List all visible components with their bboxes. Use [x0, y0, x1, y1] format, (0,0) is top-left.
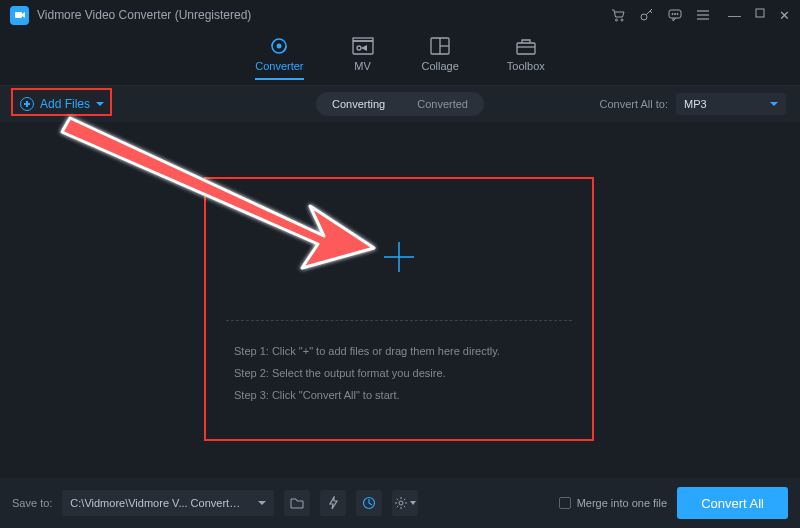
tab-label: MV: [354, 60, 371, 72]
toolbox-icon: [516, 36, 536, 56]
collage-icon: [430, 36, 450, 56]
tab-label: Toolbox: [507, 60, 545, 72]
minimize-button[interactable]: —: [728, 8, 741, 23]
tab-label: Collage: [422, 60, 459, 72]
mv-icon: [352, 36, 374, 56]
maximize-button[interactable]: [755, 8, 765, 23]
convert-all-label: Convert All: [701, 496, 764, 511]
save-to-label: Save to:: [12, 497, 52, 509]
key-icon[interactable]: [640, 8, 654, 22]
bottom-bar: Save to: C:\Vidmore\Vidmore V... Convert…: [0, 478, 800, 528]
svg-point-1: [616, 19, 618, 21]
svg-rect-11: [756, 9, 764, 17]
convert-all-to-label: Convert All to:: [600, 98, 668, 110]
open-folder-button[interactable]: [284, 490, 310, 516]
cart-icon[interactable]: [611, 9, 626, 22]
svg-point-25: [399, 501, 403, 505]
chevron-down-icon: [410, 501, 416, 505]
main-canvas: Step 1: Click "+" to add files or drag t…: [0, 122, 800, 472]
chevron-down-icon: [770, 102, 778, 106]
tab-mv[interactable]: MV: [352, 36, 374, 80]
window-title: Vidmore Video Converter (Unregistered): [37, 8, 251, 22]
titlebar: Vidmore Video Converter (Unregistered) —…: [0, 0, 800, 30]
menu-icon[interactable]: [696, 9, 710, 21]
settings-button[interactable]: [392, 490, 418, 516]
tab-converter[interactable]: Converter: [255, 36, 303, 80]
tab-label: Converter: [255, 60, 303, 72]
format-value: MP3: [684, 98, 707, 110]
high-speed-button[interactable]: [356, 490, 382, 516]
save-path-select[interactable]: C:\Vidmore\Vidmore V... Converter\Conver…: [62, 490, 274, 516]
svg-point-13: [277, 43, 282, 48]
converter-icon: [269, 36, 289, 56]
feedback-icon[interactable]: [668, 9, 682, 22]
save-path-value: C:\Vidmore\Vidmore V... Converter\Conver…: [70, 497, 245, 509]
svg-point-16: [357, 46, 361, 50]
output-format-select[interactable]: MP3: [676, 93, 786, 115]
chevron-down-icon: [258, 501, 266, 505]
app-logo: [10, 6, 29, 25]
hardware-accel-button[interactable]: [320, 490, 346, 516]
checkbox-icon: [559, 497, 571, 509]
svg-point-3: [641, 14, 647, 20]
merge-label: Merge into one file: [577, 497, 668, 509]
svg-rect-0: [15, 12, 22, 18]
svg-rect-20: [517, 43, 535, 54]
svg-point-5: [672, 13, 673, 14]
svg-point-7: [677, 13, 678, 14]
tab-toolbox[interactable]: Toolbox: [507, 36, 545, 80]
svg-point-2: [621, 19, 623, 21]
convert-all-button[interactable]: Convert All: [677, 487, 788, 519]
close-button[interactable]: ✕: [779, 8, 790, 23]
merge-checkbox[interactable]: Merge into one file: [559, 497, 668, 509]
annotation-arrow: [52, 108, 382, 278]
main-tabs: Converter MV Collage Toolbox: [0, 30, 800, 86]
svg-rect-15: [353, 38, 373, 41]
tab-collage[interactable]: Collage: [422, 36, 459, 80]
converted-tab[interactable]: Converted: [401, 92, 484, 116]
svg-point-6: [674, 13, 675, 14]
